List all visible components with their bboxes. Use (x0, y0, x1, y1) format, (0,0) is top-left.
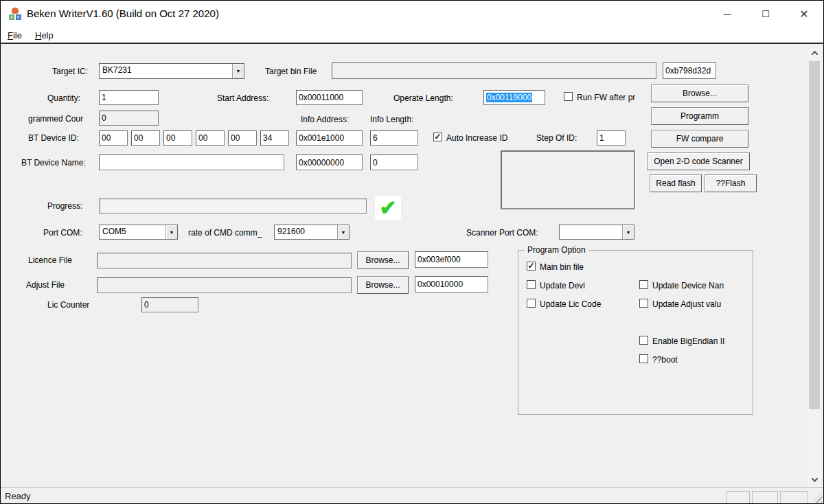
boot-checkbox[interactable] (639, 354, 648, 363)
bt-id-byte-2[interactable]: 00 (163, 130, 192, 146)
bt-id-byte-0[interactable]: 00 (99, 130, 128, 146)
licence-address-input[interactable]: 0x003ef000 (415, 251, 488, 268)
target-ic-value: BK7231 (100, 64, 232, 78)
update-lic-code-label: Update Lic Code (540, 299, 601, 309)
app-window: F K Beken WriterV1.60 (Build on Oct 27 2… (0, 0, 824, 504)
update-lic-code-checkbox[interactable] (527, 299, 536, 308)
app-icon: F K (9, 8, 21, 20)
licence-file-input[interactable] (97, 253, 352, 268)
run-fw-label: Run FW after pr (577, 93, 635, 102)
info-length-input[interactable]: 6 (370, 130, 418, 146)
bt-name-length-input[interactable]: 0 (370, 154, 418, 170)
start-address-input[interactable]: 0x00011000 (296, 90, 363, 105)
update-device-name-checkbox[interactable] (639, 280, 648, 289)
device-id-panel (501, 150, 635, 209)
chevron-down-icon: ▼ (236, 69, 241, 73)
status-bar: Ready (1, 487, 824, 504)
main-bin-file-label: Main bin file (540, 262, 584, 272)
bt-id-byte-4[interactable]: 00 (228, 130, 257, 146)
program-button[interactable]: Programm (651, 107, 748, 125)
info-address-input[interactable]: 0x001e1000 (296, 130, 363, 146)
menu-file[interactable]: File (5, 29, 25, 42)
status-text: Ready (5, 491, 31, 501)
update-device-name-label: Update Device Nan (652, 281, 724, 290)
erase-flash-button[interactable]: ??Flash (705, 174, 757, 192)
bt-name-address-input[interactable]: 0x00000000 (296, 154, 363, 170)
fw-compare-button[interactable]: FW compare (651, 130, 748, 148)
minimize-button[interactable]: ─ (710, 1, 744, 27)
target-bin-label: Target bin File (265, 67, 317, 76)
scanner-port-value (560, 225, 622, 239)
port-com-dropdown-button[interactable]: ▼ (165, 225, 177, 239)
adjust-file-label: Adjust File (26, 280, 65, 290)
bt-device-name-label: BT Device Name: (21, 158, 86, 168)
menu-help[interactable]: Help (32, 29, 56, 42)
info-length-label: Info Length: (370, 115, 413, 124)
run-fw-checkbox[interactable] (564, 92, 573, 101)
resize-grip[interactable] (812, 493, 822, 503)
scanner-port-dropdown-button[interactable]: ▼ (622, 225, 634, 239)
update-adjust-value-label: Update Adjust valu (652, 299, 721, 309)
lic-counter-field: 0 (141, 297, 198, 312)
cmd-rate-label: rate of CMD comm_ (188, 228, 262, 238)
close-button[interactable]: ✕ (787, 1, 821, 27)
bt-id-byte-5[interactable]: 34 (260, 130, 289, 146)
step-of-id-input[interactable]: 1 (597, 130, 626, 146)
operate-length-input[interactable]: 0x00119000 (483, 90, 545, 105)
operate-length-label: Operate Length: (393, 93, 453, 103)
operate-length-selected-text: 0x00119000 (486, 93, 532, 102)
vertical-scrollbar[interactable] (808, 45, 821, 487)
chevron-down-icon: ▼ (626, 230, 631, 235)
scanner-port-combobox[interactable]: ▼ (559, 225, 634, 240)
program-option-title: Program Option (525, 245, 588, 255)
app-icon-figure (12, 8, 19, 14)
scroll-down-button[interactable] (808, 473, 821, 485)
target-ic-label: Target IC: (52, 67, 88, 76)
licence-browse-button[interactable]: Browse... (357, 251, 409, 269)
adjust-file-input[interactable] (97, 277, 352, 293)
adjust-browse-button[interactable]: Browse... (357, 276, 409, 294)
scrollbar-thumb[interactable] (809, 61, 820, 409)
window-title: Beken WriterV1.60 (Build on Oct 27 2020) (27, 8, 219, 19)
read-flash-button[interactable]: Read flash (650, 174, 702, 192)
progress-label: Progress: (47, 201, 82, 211)
bt-id-byte-1[interactable]: 00 (131, 130, 160, 146)
enable-bigendian-label: Enable BigEndian II (652, 336, 724, 346)
scroll-up-icon (811, 50, 818, 57)
update-devi-checkbox[interactable] (527, 280, 536, 289)
target-bin-input[interactable] (332, 62, 656, 79)
target-ic-dropdown-button[interactable]: ▼ (232, 64, 244, 78)
enable-bigendian-checkbox[interactable] (639, 336, 648, 345)
lic-counter-label: Lic Counter (47, 300, 89, 310)
quantity-label: Quantity: (47, 93, 80, 103)
main-bin-file-checkbox[interactable]: ✓ (527, 262, 536, 271)
title-bar: F K Beken WriterV1.60 (Build on Oct 27 2… (1, 1, 823, 27)
open-scanner-button[interactable]: Open 2-D code Scanner (647, 152, 750, 170)
maximize-button[interactable]: ☐ (748, 1, 783, 27)
port-com-value: COM5 (100, 225, 165, 239)
bt-id-byte-3[interactable]: 00 (196, 130, 225, 146)
port-com-combobox[interactable]: COM5 ▼ (99, 225, 178, 240)
update-devi-label: Update Devi (540, 281, 585, 290)
quantity-input[interactable]: 1 (99, 90, 159, 105)
status-pane-3 (780, 491, 808, 504)
status-pane-1 (726, 491, 750, 504)
auto-increase-id-checkbox[interactable]: ✓ (433, 133, 442, 141)
checksum-field[interactable]: 0xb798d32d (663, 62, 716, 79)
chevron-down-icon: ▼ (170, 230, 174, 235)
menu-bar: File Help (1, 27, 823, 44)
update-adjust-value-checkbox[interactable] (639, 299, 648, 308)
dialog-client-area: Target IC: BK7231 ▼ Target bin File 0xb7… (1, 45, 824, 487)
bt-device-name-input[interactable] (99, 154, 284, 170)
programmed-count-label: grammed Cour (28, 114, 83, 124)
programmed-count-field: 0 (99, 111, 159, 126)
browse-bin-button[interactable]: Browse... (651, 84, 748, 102)
bt-device-id-label: BT Device ID: (28, 133, 79, 143)
target-ic-combobox[interactable]: BK7231 ▼ (99, 63, 244, 79)
progress-bar (99, 198, 367, 214)
scroll-up-button[interactable] (808, 47, 821, 59)
boot-label: ??boot (652, 355, 678, 365)
adjust-address-input[interactable]: 0x00010000 (415, 276, 488, 293)
cmd-rate-dropdown-button[interactable]: ▼ (337, 225, 349, 239)
cmd-rate-combobox[interactable]: 921600 ▼ (274, 225, 350, 240)
